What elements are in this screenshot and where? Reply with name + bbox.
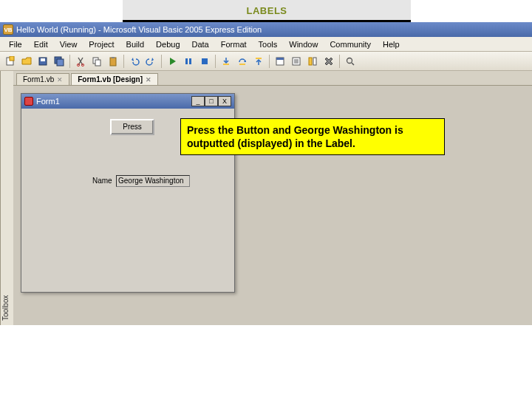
svg-rect-13 (189, 58, 191, 64)
close-icon[interactable]: ✕ (146, 76, 151, 83)
toolbar-separator (269, 55, 270, 68)
svg-rect-10 (110, 58, 116, 66)
name-static-label: Name (92, 177, 112, 185)
solution-explorer-icon[interactable] (273, 54, 287, 69)
copy-icon[interactable] (89, 54, 104, 69)
cut-icon[interactable] (73, 54, 88, 69)
vs-titlebar: VB Hello World (Running) - Microsoft Vis… (0, 22, 532, 37)
menu-window[interactable]: Window (283, 38, 324, 50)
svg-rect-3 (41, 58, 45, 61)
tab-label: Form1.vb [Design] (78, 75, 143, 83)
tab-form1-code[interactable]: Form1.vb ✕ (16, 73, 69, 85)
form-app-icon (24, 97, 33, 106)
svg-rect-12 (185, 58, 188, 64)
menu-build[interactable]: Build (120, 38, 150, 50)
menu-tools[interactable]: Tools (253, 38, 284, 50)
vs-title-text: Hello World (Running) - Microsoft Visual… (16, 25, 262, 34)
menu-data[interactable]: Data (186, 38, 215, 50)
menu-community[interactable]: Community (324, 38, 377, 50)
toolbar-separator (215, 55, 216, 68)
toolbar-separator (69, 55, 70, 68)
stop-icon[interactable] (197, 54, 212, 69)
pause-icon[interactable] (181, 54, 196, 69)
svg-rect-11 (112, 57, 115, 58)
redo-icon[interactable] (143, 54, 158, 69)
toolbar-separator (161, 55, 162, 68)
toolbar-separator (123, 55, 124, 68)
form1-title: Form1 (36, 97, 60, 106)
menu-format[interactable]: Format (215, 38, 253, 50)
maximize-icon[interactable]: □ (205, 96, 218, 106)
name-output-label: George Washington (116, 175, 190, 187)
step-out-icon[interactable] (251, 54, 266, 69)
vb-app-icon: VB (3, 24, 13, 35)
tab-form1-design[interactable]: Form1.vb [Design] ✕ (71, 73, 158, 85)
open-icon[interactable] (19, 54, 34, 69)
vs-toolbar (0, 52, 532, 71)
toolbox-tab[interactable]: Toolbox (0, 71, 13, 325)
menu-edit[interactable]: Edit (28, 38, 54, 50)
vs-window: VB Hello World (Running) - Microsoft Vis… (0, 22, 532, 325)
undo-icon[interactable] (127, 54, 142, 69)
menu-help[interactable]: Help (377, 38, 406, 50)
menu-project[interactable]: Project (83, 38, 120, 50)
close-icon[interactable]: ✕ (57, 76, 63, 83)
start-debug-icon[interactable] (165, 54, 180, 69)
save-icon[interactable] (35, 54, 50, 69)
svg-rect-15 (223, 64, 229, 65)
minimize-icon[interactable]: _ (191, 96, 205, 106)
svg-point-23 (347, 58, 352, 63)
svg-rect-14 (202, 58, 208, 64)
svg-rect-1 (10, 56, 14, 61)
properties-icon[interactable] (289, 54, 304, 69)
menu-file[interactable]: File (3, 38, 28, 50)
step-into-icon[interactable] (219, 54, 233, 69)
paste-icon[interactable] (106, 54, 120, 69)
find-icon[interactable] (343, 54, 358, 69)
svg-rect-22 (313, 58, 316, 65)
editor-area: Form1.vb ✕ Form1.vb [Design] ✕ Form1 _ (13, 71, 532, 325)
tab-label: Form1.vb (23, 75, 54, 83)
menu-debug[interactable]: Debug (150, 38, 185, 50)
svg-rect-19 (276, 58, 284, 60)
vs-body: Toolbox Form1.vb ✕ Form1.vb [Design] ✕ F… (0, 71, 532, 325)
annotation-callout: Press the Button and George Washington i… (180, 118, 445, 155)
object-browser-icon[interactable] (305, 54, 320, 69)
close-icon[interactable]: X (218, 96, 231, 106)
document-tabs: Form1.vb ✕ Form1.vb [Design] ✕ (13, 71, 532, 86)
save-all-icon[interactable] (52, 54, 66, 69)
toolbar-separator (339, 55, 340, 68)
step-over-icon[interactable] (235, 54, 250, 69)
svg-rect-9 (95, 60, 100, 66)
svg-rect-5 (57, 59, 64, 66)
toolbox-icon[interactable] (321, 54, 336, 69)
vs-menubar: File Edit View Project Build Debug Data … (0, 37, 532, 52)
svg-rect-21 (309, 58, 312, 65)
form1-titlebar: Form1 _ □ X (21, 94, 234, 109)
new-project-icon[interactable] (3, 54, 18, 69)
svg-rect-16 (239, 64, 245, 65)
svg-rect-17 (256, 58, 262, 59)
slide-title: LABELS (123, 0, 411, 22)
press-button[interactable]: Press (110, 119, 154, 135)
menu-view[interactable]: View (54, 38, 83, 50)
